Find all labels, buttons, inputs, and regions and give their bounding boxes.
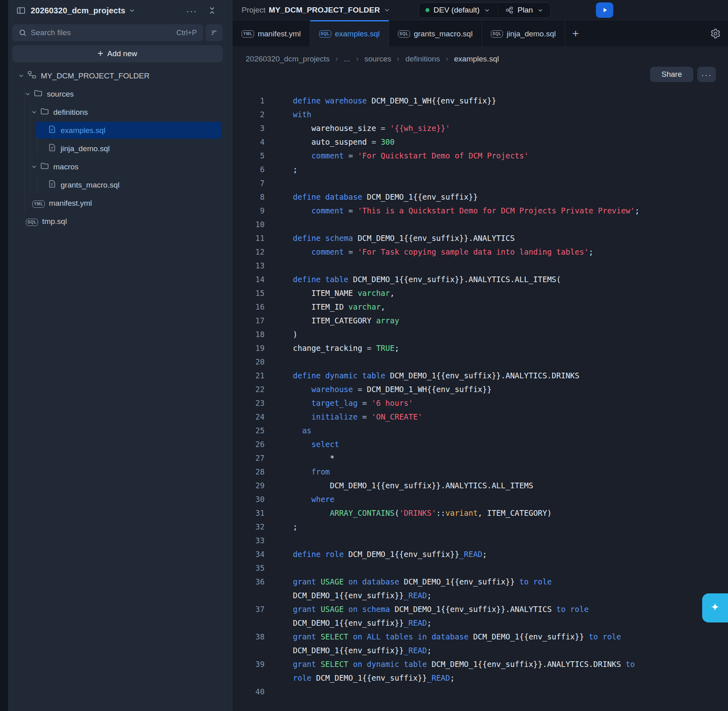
chevron-down-icon[interactable]	[18, 72, 25, 79]
line-number: 16	[233, 300, 265, 314]
chevron-down-icon[interactable]	[484, 7, 490, 14]
code-line[interactable]: 19change_tracking = TRUE;	[233, 341, 728, 355]
code-line[interactable]: 8define database DCM_DEMO_1{{env_suffix}…	[233, 190, 728, 204]
code-line-text	[293, 685, 644, 698]
breadcrumb-item[interactable]: definitions	[405, 55, 440, 63]
tree-item-my-dcm-project-folder[interactable]: MY_DCM_PROJECT_FOLDER	[0, 67, 231, 85]
code-line[interactable]: 2with	[233, 108, 728, 121]
breadcrumb-item[interactable]: ...	[344, 55, 350, 63]
add-new-button[interactable]: + Add new	[12, 45, 223, 62]
code-line[interactable]: 30 where	[233, 492, 728, 506]
breadcrumb-item[interactable]: sources	[364, 55, 391, 63]
tab-manifest-yml[interactable]: YMLmanifest.yml	[233, 20, 310, 46]
chevron-down-icon[interactable]	[383, 6, 391, 14]
project-name[interactable]: MY_DCM_PROJECT_FOLDER	[269, 6, 380, 15]
code-line[interactable]: 28 from	[233, 465, 728, 479]
code-line[interactable]: 27 *	[233, 451, 728, 465]
run-button[interactable]	[596, 2, 613, 18]
code-line[interactable]: 14define table DCM_DEMO_1{{env_suffix}}.…	[233, 272, 728, 286]
code-line[interactable]: 35	[233, 561, 728, 575]
breadcrumb-item[interactable]: examples.sql	[454, 55, 499, 63]
code-line[interactable]: 1define warehouse DCM_DEMO_1_WH{{env_suf…	[233, 94, 728, 108]
tab-grants-macro-sql[interactable]: SQLgrants_macro.sql	[389, 20, 482, 46]
tree-item-sources[interactable]: sources	[0, 85, 231, 103]
code-line[interactable]: 7	[233, 176, 728, 190]
tree-item-examples-sql[interactable]: examples.sql	[0, 121, 231, 139]
play-icon	[601, 6, 608, 14]
code-line[interactable]: 15 ITEM_NAME varchar,	[233, 286, 728, 300]
line-number: 40	[233, 685, 265, 698]
code-line[interactable]: 6;	[233, 162, 728, 176]
code-line[interactable]: 13	[233, 259, 728, 272]
code-line[interactable]: 24 initialize = 'ON_CREATE'	[233, 410, 728, 424]
breadcrumb-item[interactable]: 20260320_dcm_projects	[246, 55, 330, 63]
code-line[interactable]: 16 ITEM_ID varchar,	[233, 300, 728, 314]
code-line[interactable]: 37grant USAGE on schema DCM_DEMO_1{{env_…	[233, 602, 728, 630]
chevron-down-icon[interactable]	[128, 7, 136, 14]
code-line[interactable]: 39grant SELECT on dynamic table DCM_DEMO…	[233, 657, 728, 685]
tree-item-macros[interactable]: macros	[0, 158, 231, 176]
code-line[interactable]: 11define schema DCM_DEMO_1{{env_suffix}}…	[233, 231, 728, 245]
code-line[interactable]: 32;	[233, 520, 728, 534]
code-line[interactable]: 21define dynamic table DCM_DEMO_1{{env_s…	[233, 369, 728, 382]
line-number: 25	[233, 424, 265, 437]
code-line[interactable]: 17 ITEM_CATEGORY array	[233, 314, 728, 327]
code-line[interactable]: 40	[233, 685, 728, 698]
search-input[interactable]	[31, 28, 176, 37]
tree-item-grants-macro-sql[interactable]: grants_macro.sql	[0, 176, 231, 194]
tab-jinja-demo-sql[interactable]: SQLjinja_demo.sql	[482, 20, 565, 46]
file-tree: MY_DCM_PROJECT_FOLDERsourcesdefinitionse…	[0, 67, 231, 230]
code-line-text: )	[293, 327, 644, 341]
code-line[interactable]: 26 select	[233, 437, 728, 451]
code-line[interactable]: 20	[233, 355, 728, 369]
editor-settings-button[interactable]	[710, 28, 721, 39]
code-line[interactable]: 34define role DCM_DEMO_1{{env_suffix}}_R…	[233, 547, 728, 561]
code-line-text: comment = 'This is a Quickstart Demo for…	[293, 204, 644, 217]
code-line[interactable]: 12 comment = 'For Task copying sample da…	[233, 245, 728, 259]
search-box[interactable]: Ctrl+P	[12, 24, 203, 41]
code-line-text: define database DCM_DEMO_1{{env_suffix}}	[293, 190, 644, 204]
code-line[interactable]: 38grant SELECT on ALL tables in database…	[233, 630, 728, 657]
code-line[interactable]: 25 as	[233, 424, 728, 437]
sidebar: 20260320_dcm_projects ··· Ctrl+P	[0, 0, 232, 711]
code-line[interactable]: 22 warehouse = DCM_DEMO_1_WH{{env_suffix…	[233, 382, 728, 396]
sidebar-more-button[interactable]: ···	[186, 6, 197, 15]
code-line[interactable]: 33	[233, 534, 728, 547]
code-line[interactable]: 5 comment = 'For Quickstart Demo of DCM …	[233, 149, 728, 162]
editor-more-button[interactable]: ···	[697, 67, 716, 82]
code-line[interactable]: 18)	[233, 327, 728, 341]
code-line-text: initialize = 'ON_CREATE'	[293, 410, 644, 424]
tree-item-jinja-demo-sql[interactable]: jinja_demo.sql	[0, 139, 231, 158]
code-line[interactable]: 31 ARRAY_CONTAINS('DRINKS'::variant, ITE…	[233, 506, 728, 520]
tree-item-manifest-yml[interactable]: YMLmanifest.yml	[0, 194, 231, 212]
chevron-down-icon[interactable]	[31, 163, 38, 170]
tree-item-definitions[interactable]: definitions	[0, 103, 231, 121]
filter-button[interactable]	[206, 24, 223, 41]
sidebar-collapse-button[interactable]	[208, 6, 217, 15]
plan-selector[interactable]: Plan	[518, 6, 533, 15]
tab-examples-sql[interactable]: SQLexamples.sql	[310, 20, 389, 46]
tree-item-tmp-sql[interactable]: SQLtmp.sql	[0, 212, 231, 230]
code-line[interactable]: 36grant USAGE on database DCM_DEMO_1{{en…	[233, 575, 728, 602]
code-line-text	[293, 176, 644, 190]
code-line-text: define warehouse DCM_DEMO_1_WH{{env_suff…	[293, 94, 644, 108]
code-line[interactable]: 10	[233, 217, 728, 231]
code-line[interactable]: 9 comment = 'This is a Quickstart Demo f…	[233, 204, 728, 217]
new-tab-button[interactable]: +	[565, 20, 586, 46]
code-editor[interactable]: 1define warehouse DCM_DEMO_1_WH{{env_suf…	[233, 94, 728, 698]
chevron-down-icon[interactable]	[31, 109, 38, 116]
chevron-down-icon[interactable]	[537, 7, 544, 14]
code-line[interactable]: 23 target_lag = '6 hours'	[233, 396, 728, 410]
search-shortcut: Ctrl+P	[176, 29, 197, 37]
code-line[interactable]: 3 warehouse_size = '{{wh_size}}'	[233, 121, 728, 135]
chevron-down-icon[interactable]	[24, 91, 31, 97]
env-selector[interactable]: DEV (default)	[433, 6, 480, 15]
line-number: 6	[233, 162, 265, 176]
assistant-button[interactable]	[702, 593, 728, 622]
project-label: Project	[242, 6, 265, 15]
code-line[interactable]: 29 DCM_DEMO_1{{env_suffix}}.ANALYTICS.AL…	[233, 479, 728, 492]
code-line[interactable]: 4 auto_suspend = 300	[233, 135, 728, 149]
line-number: 13	[233, 259, 265, 272]
code-line-text: ITEM_ID varchar,	[293, 300, 644, 314]
share-button[interactable]: Share	[650, 67, 693, 82]
